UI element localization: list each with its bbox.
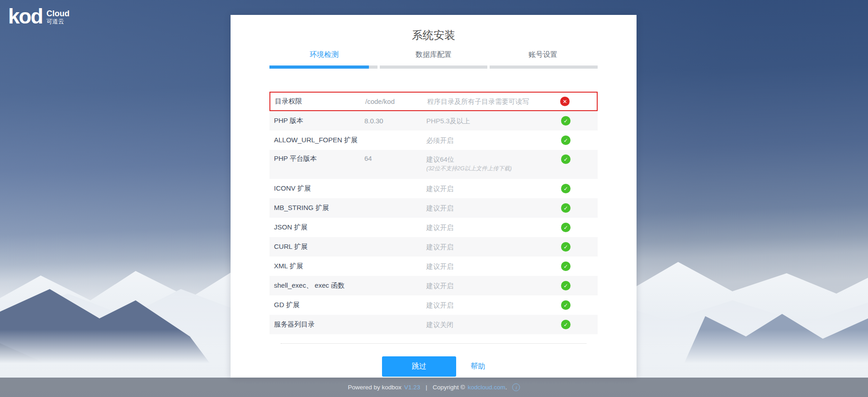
check-requirement-text: 建议开启 [426, 300, 561, 310]
status-pass-icon [561, 300, 571, 310]
check-item-name: PHP 平台版本 [269, 154, 364, 163]
check-item-requirement: 建议开启 [426, 242, 561, 252]
check-row: JSON 扩展 建议开启 [269, 218, 598, 237]
skip-button[interactable]: 跳过 [382, 356, 456, 377]
check-requirement-text: PHP5.3及以上 [426, 116, 561, 126]
status-pass-icon [561, 135, 571, 145]
check-item-requirement: 建议开启 [426, 300, 561, 310]
check-requirement-text: 程序目录及所有子目录需要可读写 [427, 97, 560, 107]
status-pass-icon [561, 281, 571, 290]
check-item-name: JSON 扩展 [269, 223, 364, 232]
page-title: 系统安装 [231, 28, 637, 43]
install-card: 系统安装 环境检测数据库配置账号设置 目录权限 /code/kod 程序目录及所… [231, 15, 637, 378]
check-row: PHP 平台版本 64 建议64位 (32位不支持2G以上文件上传下载) [269, 150, 598, 179]
logo-wordmark: kod [8, 5, 42, 27]
check-requirement-text: 建议开启 [426, 184, 561, 194]
check-item-requirement: 建议开启 [426, 281, 561, 291]
environment-check-table: 目录权限 /code/kod 程序目录及所有子目录需要可读写 PHP 版本 8.… [269, 92, 598, 334]
kodcloud-link[interactable]: kodcloud.com [467, 384, 505, 391]
check-row: GD 扩展 建议开启 [269, 295, 598, 315]
check-item-name: GD 扩展 [269, 301, 364, 309]
check-row: MB_STRING 扩展 建议开启 [269, 198, 598, 218]
version-text: V1.23 [404, 384, 420, 391]
check-requirement-text: 建议64位 [426, 154, 561, 164]
logo-cloud-text: Cloud [47, 9, 70, 18]
footer-separator: | [425, 384, 427, 391]
check-row: ICONV 扩展 建议开启 [269, 179, 598, 198]
check-requirement-text: 建议开启 [426, 281, 561, 291]
status-pass-icon [561, 320, 571, 329]
footer-period: . [505, 384, 507, 391]
logo-chinese-text: 可道云 [47, 19, 70, 25]
check-item-requirement: 建议开启 [426, 184, 561, 194]
footer-bar: Powered by kodbox V1.23 | Copyright © ko… [0, 378, 868, 397]
check-requirement-text: 建议开启 [426, 223, 561, 233]
status-pass-icon [561, 116, 571, 126]
status-fail-icon [560, 97, 570, 106]
check-requirement-text: 建议关闭 [426, 320, 561, 330]
check-item-name: 服务器列目录 [269, 320, 364, 329]
copyright-text: Copyright © [433, 384, 465, 391]
check-item-name: shell_exec、 exec 函数 [269, 281, 364, 290]
check-requirement-text: 建议开启 [426, 203, 561, 213]
progress-segment-2 [380, 65, 488, 69]
check-item-name: CURL 扩展 [269, 243, 364, 251]
check-item-value: 8.0.30 [364, 117, 426, 125]
check-row-error: 目录权限 /code/kod 程序目录及所有子目录需要可读写 [269, 92, 598, 111]
brand-logo: kod Cloud 可道云 [8, 5, 70, 27]
check-row: XML 扩展 建议开启 [269, 257, 598, 276]
tab-step-2[interactable]: 数据库配置 [379, 50, 488, 61]
check-row: ALLOW_URL_FOPEN 扩展 必须开启 [269, 131, 598, 150]
check-item-name: PHP 版本 [269, 117, 364, 125]
status-pass-icon [561, 223, 571, 232]
check-item-requirement: 建议开启 [426, 203, 561, 213]
check-item-name: ALLOW_URL_FOPEN 扩展 [269, 136, 364, 145]
info-icon[interactable]: i [512, 383, 520, 391]
check-item-name: 目录权限 [270, 97, 365, 106]
check-item-requirement: 建议开启 [426, 223, 561, 233]
powered-by-text: Powered by kodbox [348, 384, 402, 391]
check-item-requirement: PHP5.3及以上 [426, 116, 561, 126]
step-indicator: 环境检测数据库配置账号设置 [269, 50, 598, 69]
check-row: 服务器列目录 建议关闭 [269, 315, 598, 334]
status-pass-icon [561, 184, 571, 193]
divider [281, 343, 586, 344]
check-requirement-note: (32位不支持2G以上文件上传下载) [426, 164, 561, 173]
check-item-requirement: 建议关闭 [426, 320, 561, 330]
check-requirement-text: 必须开启 [426, 135, 561, 145]
check-item-value: 64 [364, 154, 426, 162]
check-item-requirement: 建议64位 (32位不支持2G以上文件上传下载) [426, 154, 561, 173]
action-bar: 跳过 帮助 [231, 356, 637, 377]
check-item-name: ICONV 扩展 [269, 184, 364, 193]
progress-segment-3 [490, 65, 598, 69]
status-pass-icon [561, 262, 571, 271]
tab-step-1[interactable]: 环境检测 [269, 50, 379, 61]
tab-step-3[interactable]: 账号设置 [488, 50, 598, 61]
check-item-name: XML 扩展 [269, 262, 364, 271]
progress-fill [269, 65, 369, 69]
check-item-requirement: 程序目录及所有子目录需要可读写 [427, 97, 560, 107]
check-row: shell_exec、 exec 函数 建议开启 [269, 276, 598, 295]
check-requirement-text: 建议开启 [426, 242, 561, 252]
status-pass-icon [561, 242, 571, 252]
check-item-name: MB_STRING 扩展 [269, 204, 364, 212]
check-item-value: /code/kod [365, 98, 427, 105]
check-row: CURL 扩展 建议开启 [269, 237, 598, 257]
check-row: PHP 版本 8.0.30 PHP5.3及以上 [269, 111, 598, 131]
help-link[interactable]: 帮助 [471, 362, 485, 371]
status-pass-icon [561, 203, 571, 213]
progress-segment-1 [269, 65, 377, 69]
check-item-requirement: 必须开启 [426, 135, 561, 145]
step-progress-bars [269, 65, 598, 69]
check-requirement-text: 建议开启 [426, 262, 561, 271]
check-item-requirement: 建议开启 [426, 262, 561, 271]
status-pass-icon [561, 154, 571, 164]
step-tabs: 环境检测数据库配置账号设置 [269, 50, 598, 61]
